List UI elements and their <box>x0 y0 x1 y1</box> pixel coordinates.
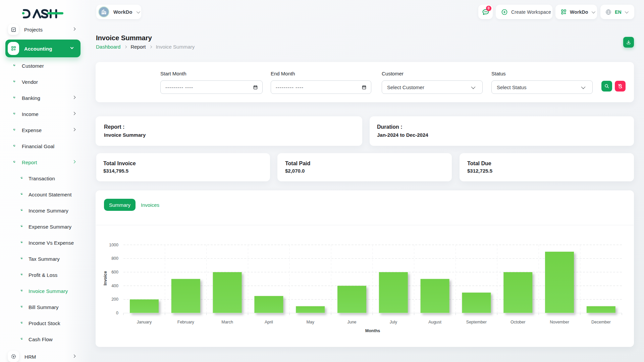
svg-text:200: 200 <box>111 297 118 302</box>
svg-text:November: November <box>550 320 569 324</box>
svg-text:August: August <box>428 320 441 324</box>
svg-text:June: June <box>347 320 356 324</box>
svg-text:0: 0 <box>116 311 118 315</box>
svg-text:October: October <box>511 320 525 324</box>
svg-text:January: January <box>137 320 152 324</box>
svg-text:Months: Months <box>365 328 380 333</box>
svg-text:April: April <box>265 320 273 324</box>
svg-text:September: September <box>466 320 487 324</box>
svg-text:March: March <box>221 320 233 324</box>
svg-text:February: February <box>177 320 195 324</box>
svg-text:1000: 1000 <box>109 243 118 247</box>
svg-text:Invoice: Invoice <box>103 271 108 285</box>
svg-text:600: 600 <box>111 270 118 275</box>
svg-text:July: July <box>390 320 397 324</box>
svg-text:800: 800 <box>111 256 118 261</box>
svg-text:400: 400 <box>111 284 118 288</box>
svg-text:December: December <box>591 320 611 324</box>
svg-text:May: May <box>306 320 314 324</box>
